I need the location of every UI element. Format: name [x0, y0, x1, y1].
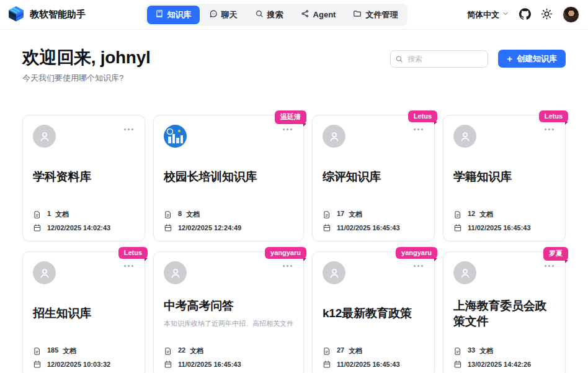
book-icon — [155, 9, 164, 20]
document-icon — [33, 210, 42, 219]
badge-fold — [303, 124, 306, 127]
create-kb-button[interactable]: + 创建知识库 — [498, 50, 566, 68]
badge-fold — [303, 258, 306, 261]
owner-badge: yangyaru — [265, 247, 306, 259]
card-menu-button[interactable] — [282, 261, 293, 271]
doc-unit: 文档 — [349, 346, 362, 356]
language-selector[interactable]: 简体中文 — [467, 9, 509, 20]
calendar-icon — [323, 360, 331, 369]
kb-card[interactable]: yangyaru 中考高考问答 本知识库收纳了近两年中招、高招相关文件 — [153, 251, 304, 373]
card-menu-button[interactable] — [123, 261, 135, 271]
kb-meta: 33文档 13/02/2025 14:42:26 — [453, 346, 555, 369]
card-menu-button[interactable] — [412, 261, 424, 271]
owner-badge: Letus — [118, 247, 148, 259]
kb-description: 本知识库收纳了近两年中招、高招相关文件 — [164, 319, 293, 328]
badge-fold — [434, 258, 437, 261]
app-logo-brand[interactable]: 教软智能助手 — [7, 5, 86, 25]
card-menu-button[interactable] — [412, 125, 424, 134]
agent-nodes-icon — [301, 9, 310, 20]
updated-at: 11/02/2025 16:45:43 — [178, 361, 241, 368]
welcome-block: 欢迎回来, johnyl 今天我们要使用哪个知识库? — [22, 46, 150, 84]
card-menu-button[interactable] — [543, 261, 555, 271]
search-input[interactable] — [390, 50, 488, 68]
chat-icon — [209, 9, 218, 20]
kb-card[interactable]: Letus 综评知识库 17文档 — [312, 115, 435, 241]
doc-count: 8 — [178, 210, 182, 219]
kb-card[interactable]: 学科资料库 1文档 12/02/2025 14:02:43 — [22, 115, 145, 241]
kb-card[interactable]: 罗夏 上海教育委员会政策文件 33文档 — [443, 251, 566, 373]
updated-at: 11/02/2025 16:45:43 — [337, 361, 400, 368]
search-box — [390, 50, 488, 68]
kb-meta: 27文档 11/02/2025 16:45:43 — [323, 346, 424, 369]
owner-badge-label: 温廷清 — [275, 110, 306, 124]
doc-unit: 文档 — [479, 210, 493, 219]
theme-toggle-button[interactable] — [541, 8, 553, 22]
main-content: 欢迎回来, johnyl 今天我们要使用哪个知识库? + 创建知识库 — [0, 30, 588, 373]
kb-meta: 12文档 11/02/2025 16:45:43 — [453, 210, 555, 232]
doc-count: 17 — [337, 210, 344, 219]
kb-card[interactable]: yangyaru k12最新教育政策 27文档 — [312, 251, 435, 373]
owner-badge: Letus — [539, 110, 568, 122]
person-icon — [327, 130, 341, 143]
sun-icon — [541, 8, 553, 22]
updated-at: 12/02/2025 10:03:32 — [47, 361, 110, 368]
person-icon — [38, 130, 51, 143]
welcome-subheading: 今天我们要使用哪个知识库? — [22, 73, 150, 84]
card-menu-button[interactable] — [543, 125, 555, 134]
tab-agent[interactable]: Agent — [293, 6, 344, 24]
updated-at: 13/02/2025 14:42:26 — [468, 361, 531, 368]
updated-at: 12/02/2025 14:02:43 — [47, 224, 110, 231]
doc-count: 1 — [47, 210, 51, 219]
kb-title: 上海教育委员会政策文件 — [453, 298, 555, 329]
kb-avatar — [323, 125, 345, 148]
card-menu-button[interactable] — [282, 125, 293, 134]
top-navbar: 教软智能助手 知识库 聊天 搜索 Agent 文件管理 — [0, 0, 588, 30]
kb-avatar — [323, 261, 345, 284]
owner-badge-label: Letus — [118, 247, 148, 259]
kb-avatar — [453, 261, 476, 284]
owner-badge-label: Letus — [539, 110, 568, 122]
github-button[interactable] — [519, 8, 531, 22]
doc-count: 33 — [468, 346, 475, 356]
folder-icon — [353, 9, 362, 20]
person-icon — [169, 266, 182, 280]
tab-knowledge-base[interactable]: 知识库 — [147, 6, 200, 24]
actions-row: + 创建知识库 — [390, 50, 566, 68]
owner-badge: 温廷清 — [275, 110, 306, 124]
tab-file-management[interactable]: 文件管理 — [345, 6, 406, 24]
calendar-icon — [164, 360, 172, 369]
kb-card-grid: 学科资料库 1文档 12/02/2025 14:02:43 温廷清 — [22, 115, 566, 373]
owner-badge-label: 罗夏 — [543, 247, 568, 261]
search-icon — [255, 9, 264, 20]
document-icon — [323, 347, 331, 356]
chevron-down-icon — [502, 10, 509, 19]
calendar-icon — [453, 223, 462, 232]
document-icon — [323, 210, 331, 219]
main-nav: 知识库 聊天 搜索 Agent 文件管理 — [145, 4, 408, 26]
user-avatar[interactable] — [563, 6, 579, 23]
kb-card[interactable]: Letus 学籍知识库 12文档 — [443, 115, 566, 241]
tab-search[interactable]: 搜索 — [247, 6, 292, 24]
owner-badge-label: yangyaru — [265, 247, 306, 259]
badge-fold — [145, 258, 148, 261]
person-icon — [38, 266, 51, 280]
document-icon — [453, 347, 462, 356]
calendar-icon — [164, 223, 172, 232]
person-icon — [458, 266, 472, 280]
owner-badge: yangyaru — [396, 247, 437, 259]
badge-fold — [434, 122, 437, 125]
badge-fold — [565, 122, 568, 125]
tab-chat[interactable]: 聊天 — [201, 6, 246, 24]
doc-unit: 文档 — [349, 210, 362, 219]
doc-count: 27 — [337, 346, 344, 356]
kb-avatar — [164, 125, 187, 148]
kb-avatar — [33, 125, 56, 148]
card-menu-button[interactable] — [123, 125, 135, 134]
document-icon — [164, 347, 172, 356]
kb-card[interactable]: Letus 招生知识库 185文档 — [22, 251, 145, 373]
page: 教软智能助手 知识库 聊天 搜索 Agent 文件管理 — [0, 0, 588, 373]
kb-meta: 8文档 12/02/2025 12:24:49 — [164, 210, 293, 232]
kb-card[interactable]: 温廷清 校园长培训知识库 8文档 — [153, 115, 304, 241]
person-icon — [458, 130, 472, 143]
badge-fold — [565, 260, 568, 263]
